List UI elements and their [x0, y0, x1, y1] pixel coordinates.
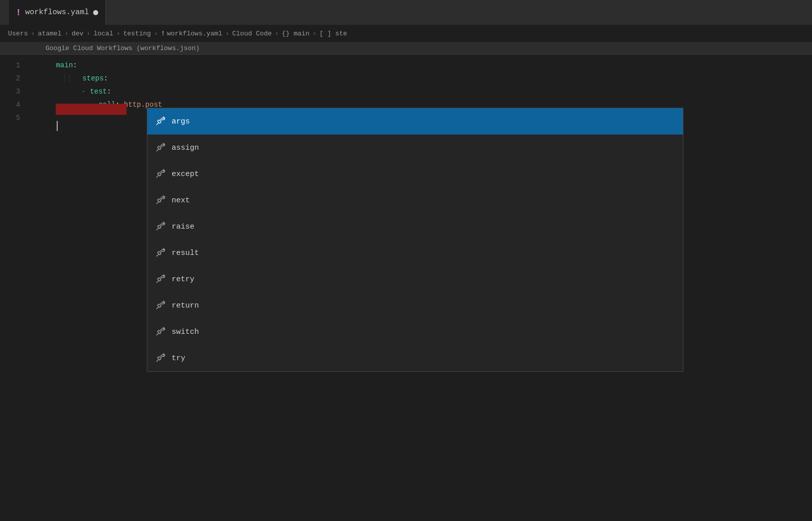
autocomplete-item-raise[interactable]: raise	[147, 213, 683, 240]
breadcrumb: Users › atamel › dev › local › testing ›…	[0, 25, 812, 42]
breadcrumb-exclamation-icon: !	[161, 30, 165, 37]
line-number-1: 1	[0, 59, 30, 72]
breadcrumb-sep-3: ›	[87, 30, 91, 37]
breadcrumb-atamel[interactable]: atamel	[38, 30, 62, 37]
autocomplete-item-retry[interactable]: retry	[147, 266, 683, 292]
autocomplete-dropdown[interactable]: args assign except	[147, 108, 683, 372]
line-content-5: · · · · · ·	[30, 91, 127, 146]
line-number-3: 3	[0, 85, 30, 98]
breadcrumb-sep-8: ›	[312, 30, 316, 37]
breadcrumb-cloud-code[interactable]: Cloud Code	[232, 30, 272, 37]
autocomplete-label-return: return	[172, 301, 199, 310]
autocomplete-item-return[interactable]: return	[147, 292, 683, 319]
autocomplete-item-except[interactable]: except	[147, 161, 683, 187]
wrench-icon-next	[155, 195, 166, 205]
error-highlight: · · · · · ·	[56, 104, 127, 115]
breadcrumb-sep-6: ›	[225, 30, 229, 37]
code-line-1: 1 main:	[0, 59, 812, 72]
autocomplete-item-assign[interactable]: assign	[147, 135, 683, 161]
wrench-icon-args	[155, 116, 166, 126]
wrench-icon-except	[155, 169, 166, 179]
language-tooltip: Google Cloud Workflows (workflows.json)	[0, 42, 812, 55]
wrench-icon-switch	[155, 327, 166, 337]
breadcrumb-sep-4: ›	[116, 30, 120, 37]
wrench-icon-return	[155, 300, 166, 311]
breadcrumb-sep-5: ›	[154, 30, 158, 37]
breadcrumb-users[interactable]: Users	[8, 30, 28, 37]
editor-area[interactable]: 1 main: 2 steps: 3 - test: 4 call: http.…	[0, 55, 812, 128]
tab-item-workflows[interactable]: ! workflows.yaml	[8, 0, 106, 25]
autocomplete-label-assign: assign	[172, 144, 199, 152]
text-cursor	[57, 121, 58, 131]
wrench-icon-assign	[155, 143, 166, 153]
autocomplete-item-next[interactable]: next	[147, 187, 683, 213]
breadcrumb-ste[interactable]: [ ] ste	[319, 30, 347, 37]
autocomplete-label-switch: switch	[172, 328, 199, 336]
autocomplete-item-result[interactable]: result	[147, 240, 683, 266]
breadcrumb-local[interactable]: local	[94, 30, 113, 37]
tab-exclamation-icon: !	[16, 8, 21, 18]
autocomplete-label-next: next	[172, 196, 190, 205]
breadcrumb-sep-2: ›	[65, 30, 69, 37]
line-number-5: 5	[0, 111, 30, 124]
autocomplete-label-except: except	[172, 170, 199, 179]
tab-bar: ! workflows.yaml	[0, 0, 812, 25]
autocomplete-label-retry: retry	[172, 275, 194, 284]
autocomplete-item-args[interactable]: args	[147, 108, 683, 135]
breadcrumb-sep-7: ›	[275, 30, 279, 37]
line-number-2: 2	[0, 72, 30, 85]
tab-unsaved-dot	[93, 10, 98, 15]
wrench-icon-result	[155, 248, 166, 258]
breadcrumb-workflows-yaml[interactable]: workflows.yaml	[167, 30, 222, 37]
wrench-icon-retry	[155, 274, 166, 284]
autocomplete-label-result: result	[172, 249, 199, 257]
autocomplete-item-switch[interactable]: switch	[147, 319, 683, 345]
code-line-2: 2 steps:	[0, 72, 812, 85]
breadcrumb-testing[interactable]: testing	[124, 30, 151, 37]
autocomplete-label-args: args	[172, 117, 190, 126]
wrench-icon-try	[155, 353, 166, 363]
breadcrumb-main[interactable]: {} main	[282, 30, 310, 37]
line-number-4: 4	[0, 98, 30, 111]
autocomplete-label-try: try	[172, 354, 185, 363]
breadcrumb-sep-1: ›	[31, 30, 35, 37]
wrench-icon-raise	[155, 222, 166, 232]
tab-filename: workflows.yaml	[25, 8, 89, 17]
autocomplete-label-raise: raise	[172, 223, 194, 231]
breadcrumb-dev[interactable]: dev	[71, 30, 83, 37]
autocomplete-item-try[interactable]: try	[147, 345, 683, 371]
